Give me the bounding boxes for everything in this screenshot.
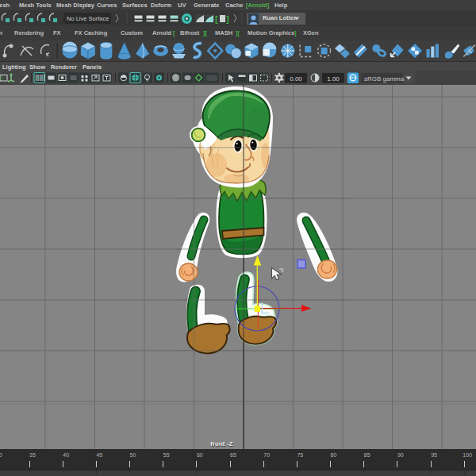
- svg-text:1.00: 1.00: [327, 75, 340, 83]
- svg-text:0.00: 0.00: [290, 75, 302, 83]
- svg-text:sRGB gamma: sRGB gamma: [364, 75, 405, 83]
- svg-text:]: ]: [226, 14, 229, 24]
- svg-text:[: [: [215, 14, 218, 24]
- svg-text:No Live Surface: No Live Surface: [67, 15, 109, 22]
- svg-text:front -Z: front -Z: [210, 440, 232, 447]
